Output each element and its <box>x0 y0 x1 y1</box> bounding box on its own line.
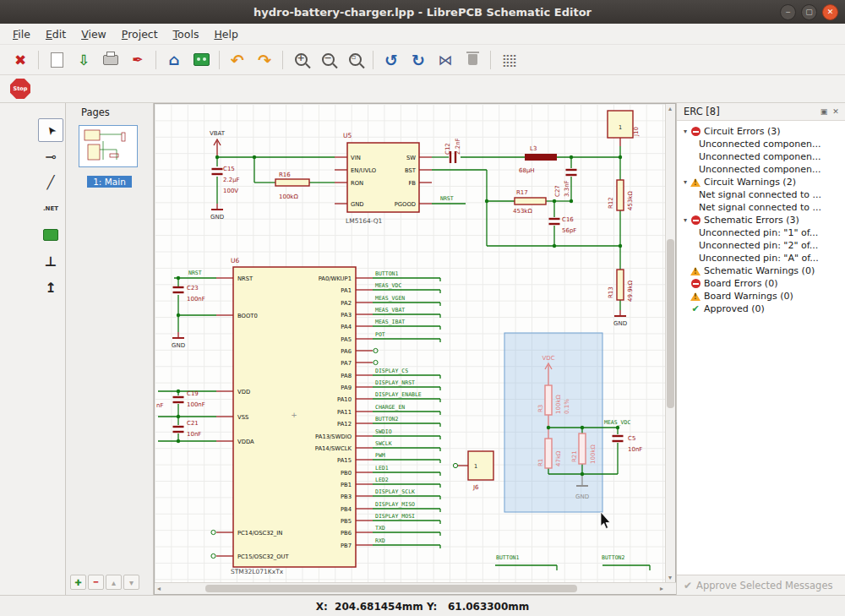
zoom-out-button[interactable] <box>315 48 341 72</box>
titlebar[interactable]: hydro-battery-charger.lpp - LibrePCB Sch… <box>0 0 845 25</box>
svg-text:SW: SW <box>406 155 416 161</box>
mirror-button[interactable] <box>433 48 458 72</box>
tree-expand-icon[interactable]: ▾ <box>680 216 690 224</box>
page-list-item[interactable]: 1: Main <box>66 172 153 188</box>
move-page-down-button[interactable] <box>123 575 139 590</box>
redo-button[interactable] <box>252 48 277 72</box>
schematic-canvas-area: U5LM5164-Q1VINSWEN/UVLOBSTRONFBGNDPGOODU… <box>154 103 676 595</box>
erc-row-label: Circuit Errors (3) <box>704 126 781 137</box>
gnd-tool-button[interactable] <box>38 249 63 273</box>
svg-text:47kΩ: 47kΩ <box>555 450 562 466</box>
delete-button[interactable] <box>460 48 485 72</box>
netlabel-tool-button[interactable] <box>38 197 63 221</box>
cursor-coordinates: X: 204.681454mm Y: 61.063300mm <box>316 601 530 613</box>
svg-text:MEAS_VDC: MEAS_VDC <box>604 419 630 426</box>
tree-expand-icon[interactable]: ▾ <box>680 178 690 186</box>
scroll-left-icon[interactable]: ◂ <box>157 585 161 592</box>
erc-category-row[interactable]: Board Errors (0) <box>677 277 845 290</box>
add-page-icon <box>74 578 81 587</box>
erc-category-row[interactable]: ▾Circuit Warnings (2) <box>677 176 845 188</box>
rotate-cw-button[interactable] <box>406 48 431 72</box>
vertical-scrollbar[interactable]: ▴ ▾ <box>665 104 675 582</box>
component-tool-icon <box>43 229 58 241</box>
add-page-button[interactable] <box>70 575 86 590</box>
maximize-icon[interactable]: ▢ <box>801 4 817 20</box>
scroll-right-icon[interactable]: ▸ <box>660 585 663 592</box>
wire-tool-button[interactable] <box>38 144 63 168</box>
horizontal-scroll-thumb[interactable] <box>205 585 577 592</box>
minimize-icon[interactable]: ‒ <box>780 4 796 20</box>
erc-message-row[interactable]: Unconnected componen... <box>677 163 845 176</box>
page-thumbnail[interactable] <box>79 125 138 167</box>
schematic-canvas[interactable]: U5LM5164-Q1VINSWEN/UVLOBSTRONFBGNDPGOODU… <box>155 104 665 582</box>
menu-tools[interactable]: Tools <box>166 25 207 43</box>
menu-help[interactable]: Help <box>206 25 246 43</box>
line-tool-button[interactable] <box>38 171 63 194</box>
page-buttons <box>70 575 139 590</box>
toolbar-separator <box>155 51 156 69</box>
undo-button[interactable] <box>225 48 250 72</box>
tree-expand-icon[interactable]: ▾ <box>680 128 690 135</box>
svg-text:PC15/OSC32_OUT: PC15/OSC32_OUT <box>237 553 290 560</box>
remove-page-button[interactable] <box>88 575 104 590</box>
menu-project[interactable]: Project <box>114 25 166 43</box>
svg-text:VIN: VIN <box>351 155 361 161</box>
erc-message-row[interactable]: Unconnected pin: "A" of... <box>677 252 845 264</box>
erc-category-row[interactable]: ▾Circuit Errors (3) <box>677 125 845 138</box>
erc-message-row[interactable]: Unconnected pin: "1" of... <box>677 226 845 239</box>
tool-column <box>38 118 63 299</box>
export-pdf-button[interactable] <box>125 48 150 72</box>
zoom-fit-button[interactable] <box>342 48 368 72</box>
vcc-tool-icon <box>45 280 56 296</box>
svg-text:R12: R12 <box>608 197 614 209</box>
svg-text:453kΩ: 453kΩ <box>627 191 634 210</box>
vertical-scroll-thumb[interactable] <box>667 239 674 408</box>
export-button[interactable] <box>71 48 96 72</box>
erc-category-row[interactable]: Approved (0) <box>677 303 845 315</box>
erc-message-row[interactable]: Net signal connected to ... <box>677 188 845 201</box>
rotate-cw-icon <box>412 51 425 69</box>
svg-text:DISPLAY_MOSI: DISPLAY_MOSI <box>375 513 415 520</box>
vcc-tool-button[interactable] <box>38 275 63 299</box>
float-panel-icon[interactable]: ▣ <box>818 106 830 117</box>
close-project-button[interactable] <box>8 48 33 72</box>
approve-selected-button[interactable]: ✔ Approve Selected Messages <box>677 575 845 595</box>
erc-category-row[interactable]: Schematic Warnings (0) <box>677 264 845 277</box>
secondary-toolbar <box>0 74 845 103</box>
grid-button[interactable] <box>496 48 521 72</box>
svg-text:PB4: PB4 <box>341 506 352 513</box>
close-panel-icon[interactable]: ✕ <box>830 106 842 117</box>
rotate-ccw-button[interactable] <box>379 48 404 72</box>
new-page-button[interactable] <box>44 48 69 72</box>
move-page-up-button[interactable] <box>106 575 122 590</box>
toolbar-separator <box>282 51 283 69</box>
zoom-in-button[interactable] <box>288 48 313 72</box>
select-tool-button[interactable] <box>38 118 63 142</box>
erc-message-row[interactable]: Unconnected componen... <box>677 138 845 150</box>
menu-file[interactable]: File <box>5 25 38 43</box>
print-button[interactable] <box>98 48 123 72</box>
scroll-down-icon[interactable]: ▾ <box>668 574 672 581</box>
close-icon[interactable]: ✕ <box>822 4 838 20</box>
erc-message-row[interactable]: Unconnected componen... <box>677 150 845 163</box>
svg-text:3.3nF: 3.3nF <box>564 180 570 197</box>
erc-message-row[interactable]: Net signal connected to ... <box>677 201 845 214</box>
svg-text:SWCLK: SWCLK <box>375 440 392 447</box>
erc-message-row[interactable]: Unconnected pin: "2" of... <box>677 239 845 252</box>
menu-edit[interactable]: Edit <box>38 25 74 43</box>
menu-view[interactable]: View <box>74 25 114 43</box>
svg-text:PA10: PA10 <box>337 396 352 403</box>
horizontal-scrollbar[interactable]: ◂ ▸ <box>155 582 677 594</box>
stop-button[interactable] <box>8 77 33 101</box>
warning-icon <box>690 292 701 302</box>
svg-text:nF: nF <box>156 402 163 409</box>
erc-category-row[interactable]: ▾Schematic Errors (3) <box>677 214 845 226</box>
scroll-up-icon[interactable]: ▴ <box>668 105 672 112</box>
component-tool-button[interactable] <box>38 223 63 247</box>
board-editor-button[interactable] <box>188 48 214 72</box>
svg-text:BUTTON1: BUTTON1 <box>375 270 398 277</box>
svg-text:R1: R1 <box>537 459 544 466</box>
control-panel-button[interactable] <box>161 48 187 72</box>
svg-text:100kΩ: 100kΩ <box>555 395 562 414</box>
erc-category-row[interactable]: Board Warnings (0) <box>677 290 845 303</box>
